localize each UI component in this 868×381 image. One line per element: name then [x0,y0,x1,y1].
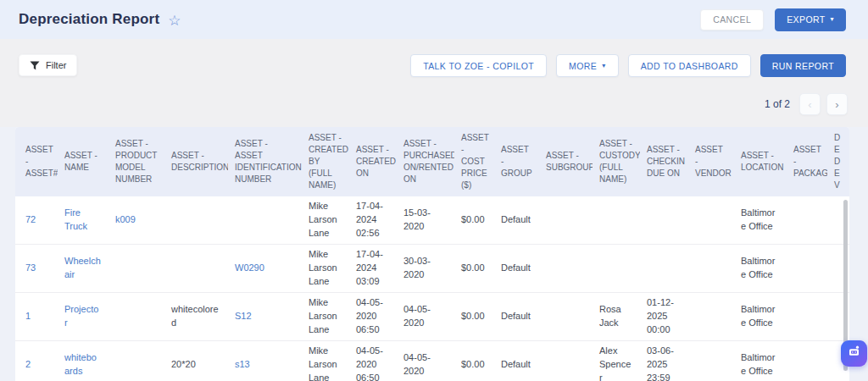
chevron-down-icon: ▾ [602,63,605,69]
table-cell [228,218,302,222]
table-cell [539,315,593,318]
topbar-actions: CANCEL EXPORT ▾ [700,8,846,31]
next-page-button[interactable]: › [826,93,848,115]
table-cell [593,218,640,222]
table-cell-link[interactable]: k009 [108,212,164,229]
table-cell [164,218,228,222]
table-cell: Mike Larson Lane [302,246,349,290]
table-cell: Baltimore Office [734,350,787,380]
filter-button[interactable]: Filter [19,54,77,76]
table-cell [539,363,593,367]
table-cell [108,315,164,318]
table-cell-link[interactable]: 73 [15,260,58,277]
column-header-1: ASSET - ASSET# [15,141,58,183]
table-cell [787,315,827,318]
column-header-3: ASSET - PRODUCT MODEL NUMBER [108,135,164,189]
table-cell-link[interactable]: s13 [228,356,302,373]
report-table-card: ASSET - ASSET#ASSET - NAMEASSET - PRODUC… [15,127,849,381]
table-cell [593,267,640,270]
column-header-8: ASSET - PURCHASED ON/RENTED ON [397,135,454,189]
table-cell [827,267,841,270]
table-row: 2whiteboards20*20s13Mike Larson Lane04-0… [15,341,849,381]
export-button-label: EXPORT [787,14,825,25]
table-cell: 17-04-2024 03:09 [349,246,397,290]
table-cell [827,218,841,222]
table-cell: Mike Larson Lane [302,343,349,381]
table-row: 72Fire Truckk009Mike Larson Lane17-04-20… [15,196,849,245]
copilot-fab-button[interactable] [841,340,867,367]
more-button[interactable]: MORE ▾ [556,54,619,77]
table-cell: 03-06-2025 23:59 [640,343,688,381]
filter-button-label: Filter [46,60,66,70]
page-indicator: 1 of 2 [765,98,790,110]
table-cell: 30-03-2020 [397,253,454,284]
table-cell [539,218,593,222]
column-header-6: ASSET - CREATED BY (FULL NAME) [302,129,349,195]
table-cell: Baltimore Office [734,253,787,284]
talk-to-zoe-button[interactable]: TALK TO ZOE - COPILOT [410,54,547,77]
toolbar-band: Filter TALK TO ZOE - COPILOT MORE ▾ ADD … [0,39,868,127]
more-button-label: MORE [569,61,597,71]
table-cell [688,315,734,318]
table-cell: Default [494,356,539,373]
column-header-15: ASSET - LOCATION [734,146,787,177]
table-cell [688,218,734,222]
table-cell: Mike Larson Lane [302,198,349,242]
table-cell: $0.00 [454,356,494,373]
table-cell-link[interactable]: Fire Truck [58,205,108,235]
column-header-13: ASSET - CHECKIN DUE ON [640,141,688,183]
column-header-12: ASSET - CUSTODY (FULL NAME) [593,135,640,189]
column-header-16: ASSET - PACKAGE [787,141,827,183]
chevron-right-icon: › [835,98,838,111]
table-cell-link[interactable]: Wheelchair [58,253,108,284]
table-cell-link[interactable]: 72 [15,212,58,229]
column-header-9: ASSET - COST PRICE ($) [454,129,494,195]
table-cell: $0.00 [454,308,494,325]
chevron-down-icon: ▾ [831,16,834,23]
column-header-11: ASSET - SUBGROUP [539,146,593,177]
depreciation-report-page: Depreciation Report ☆ CANCEL EXPORT ▾ Fi… [0,0,868,381]
table-cell: 17-04-2024 02:56 [349,198,397,242]
table-cell: Alex Spencer [593,343,640,381]
report-actions: TALK TO ZOE - COPILOT MORE ▾ ADD TO DASH… [410,54,846,77]
table-cell-link[interactable]: 2 [15,356,58,373]
table-cell-link[interactable]: S12 [228,308,302,325]
table-cell [108,363,164,367]
table-cell [827,315,841,318]
table-cell-link[interactable]: 1 [15,308,58,325]
table-cell: 04-05-2020 [397,301,454,332]
table-cell: 04-05-2020 06:50 [349,295,397,339]
favorite-star-icon[interactable]: ☆ [168,14,181,28]
table-cell [539,267,593,270]
table-cell-link[interactable]: W0290 [228,260,302,277]
table-cell: 04-05-2020 06:50 [349,343,397,381]
cancel-button[interactable]: CANCEL [700,9,764,30]
table-cell-link[interactable]: Projector [58,301,108,332]
table-cell: Baltimore Office [734,205,787,235]
add-to-dashboard-button[interactable]: ADD TO DASHBOARD [628,54,751,77]
table-cell [827,363,841,367]
previous-page-button[interactable]: ‹ [799,93,821,115]
table-cell: Default [494,212,539,229]
table-cell [640,218,688,222]
table-cell: 04-05-2020 [397,350,454,380]
run-report-button[interactable]: RUN REPORT [760,54,846,77]
table-cell [787,218,827,222]
table-cell [688,363,734,367]
table-cell [108,267,164,270]
table-cell: whitecolored [164,301,228,332]
table-cell-link[interactable]: whiteboards [58,350,108,380]
column-header-5: ASSET - ASSET IDENTIFICATION NUMBER [228,135,302,189]
export-button[interactable]: EXPORT ▾ [775,8,846,31]
table-row: 73WheelchairW0290Mike Larson Lane17-04-2… [15,245,849,293]
table-cell: Default [494,308,539,325]
table-cell [164,267,228,270]
table-cell: $0.00 [454,260,494,277]
top-header-bar: Depreciation Report ☆ CANCEL EXPORT ▾ [0,0,868,39]
column-header-2: ASSET - NAME [58,146,108,177]
column-header-17: D E D E V [827,129,841,195]
column-header-4: ASSET - DESCRIPTION [164,146,228,177]
table-row: 1ProjectorwhitecoloredS12Mike Larson Lan… [15,293,849,341]
chevron-left-icon: ‹ [808,98,811,111]
table-cell: Baltimore Office [734,301,787,332]
